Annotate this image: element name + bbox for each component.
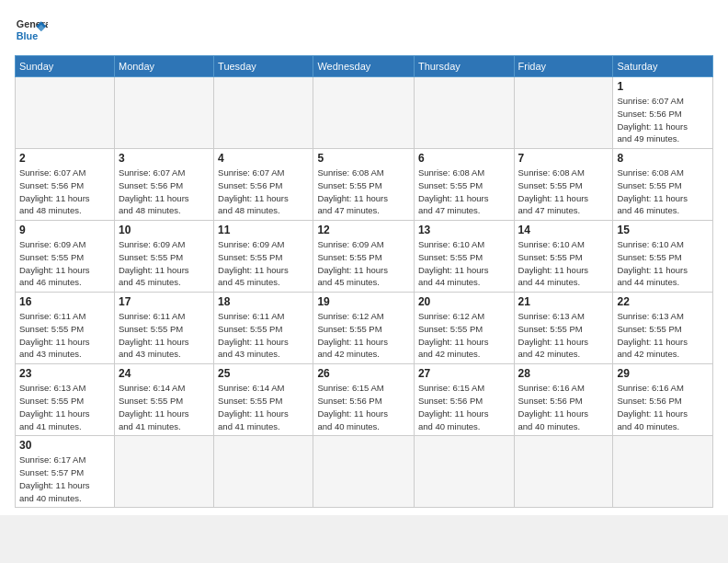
day-info: Sunrise: 6:16 AMSunset: 5:56 PMDaylight:… — [617, 382, 709, 432]
day-number: 7 — [518, 152, 609, 165]
calendar-cell: 18Sunrise: 6:11 AMSunset: 5:55 PMDayligh… — [214, 293, 313, 364]
day-number: 15 — [617, 224, 709, 236]
day-number: 26 — [317, 367, 410, 380]
calendar-cell — [16, 77, 115, 149]
calendar-week-row: 9Sunrise: 6:09 AMSunset: 5:55 PMDaylight… — [16, 221, 713, 293]
day-number: 12 — [317, 224, 410, 236]
day-number: 23 — [19, 367, 110, 380]
calendar-cell: 3Sunrise: 6:07 AMSunset: 5:56 PMDaylight… — [114, 149, 213, 221]
day-number: 17 — [119, 295, 210, 308]
calendar-cell: 5Sunrise: 6:08 AMSunset: 5:55 PMDaylight… — [313, 149, 415, 221]
day-info: Sunrise: 6:07 AMSunset: 5:56 PMDaylight:… — [218, 167, 309, 217]
calendar-week-row: 30Sunrise: 6:17 AMSunset: 5:57 PMDayligh… — [16, 436, 713, 508]
day-number: 13 — [418, 224, 510, 236]
calendar-cell — [313, 436, 415, 508]
day-info: Sunrise: 6:10 AMSunset: 5:55 PMDaylight:… — [418, 238, 510, 289]
day-info: Sunrise: 6:07 AMSunset: 5:56 PMDaylight:… — [617, 95, 709, 145]
day-info: Sunrise: 6:11 AMSunset: 5:55 PMDaylight:… — [19, 310, 110, 361]
calendar-cell — [114, 436, 213, 508]
svg-text:Blue: Blue — [17, 30, 38, 41]
day-number: 4 — [218, 152, 309, 165]
day-info: Sunrise: 6:13 AMSunset: 5:55 PMDaylight:… — [617, 310, 709, 361]
day-number: 21 — [518, 295, 609, 308]
weekday-header-row: SundayMondayTuesdayWednesdayThursdayFrid… — [16, 56, 713, 77]
day-info: Sunrise: 6:08 AMSunset: 5:55 PMDaylight:… — [418, 167, 510, 217]
calendar-week-row: 1Sunrise: 6:07 AMSunset: 5:56 PMDaylight… — [16, 77, 713, 149]
calendar-cell: 24Sunrise: 6:14 AMSunset: 5:55 PMDayligh… — [114, 364, 213, 436]
day-info: Sunrise: 6:11 AMSunset: 5:55 PMDaylight:… — [218, 310, 309, 361]
weekday-header-saturday: Saturday — [613, 56, 713, 77]
calendar-cell: 1Sunrise: 6:07 AMSunset: 5:56 PMDaylight… — [613, 77, 713, 149]
day-info: Sunrise: 6:13 AMSunset: 5:55 PMDaylight:… — [518, 310, 609, 361]
calendar-cell: 17Sunrise: 6:11 AMSunset: 5:55 PMDayligh… — [114, 293, 213, 364]
day-info: Sunrise: 6:15 AMSunset: 5:56 PMDaylight:… — [317, 382, 410, 432]
calendar-cell: 8Sunrise: 6:08 AMSunset: 5:55 PMDaylight… — [613, 149, 713, 221]
calendar-cell — [613, 436, 713, 508]
day-info: Sunrise: 6:16 AMSunset: 5:56 PMDaylight:… — [518, 382, 609, 432]
calendar-cell: 19Sunrise: 6:12 AMSunset: 5:55 PMDayligh… — [313, 293, 415, 364]
day-number: 24 — [119, 367, 210, 380]
calendar-week-row: 16Sunrise: 6:11 AMSunset: 5:55 PMDayligh… — [16, 293, 713, 364]
calendar-cell — [214, 77, 313, 149]
day-number: 18 — [218, 295, 309, 308]
day-number: 14 — [518, 224, 609, 236]
day-number: 20 — [418, 295, 510, 308]
calendar-week-row: 23Sunrise: 6:13 AMSunset: 5:55 PMDayligh… — [16, 364, 713, 436]
calendar-cell: 11Sunrise: 6:09 AMSunset: 5:55 PMDayligh… — [214, 221, 313, 293]
day-number: 5 — [317, 152, 410, 165]
day-number: 8 — [617, 152, 709, 165]
calendar-cell: 27Sunrise: 6:15 AMSunset: 5:56 PMDayligh… — [414, 364, 514, 436]
calendar-body: 1Sunrise: 6:07 AMSunset: 5:56 PMDaylight… — [16, 77, 713, 508]
calendar-cell: 26Sunrise: 6:15 AMSunset: 5:56 PMDayligh… — [313, 364, 415, 436]
day-info: Sunrise: 6:09 AMSunset: 5:55 PMDaylight:… — [218, 238, 309, 289]
calendar-cell — [514, 77, 613, 149]
calendar-cell: 13Sunrise: 6:10 AMSunset: 5:55 PMDayligh… — [414, 221, 514, 293]
day-info: Sunrise: 6:07 AMSunset: 5:56 PMDaylight:… — [19, 167, 110, 217]
weekday-header-friday: Friday — [514, 56, 613, 77]
calendar-cell: 21Sunrise: 6:13 AMSunset: 5:55 PMDayligh… — [514, 293, 613, 364]
calendar-cell: 30Sunrise: 6:17 AMSunset: 5:57 PMDayligh… — [16, 436, 115, 508]
day-info: Sunrise: 6:08 AMSunset: 5:55 PMDaylight:… — [518, 167, 609, 217]
day-info: Sunrise: 6:08 AMSunset: 5:55 PMDaylight:… — [317, 167, 410, 217]
day-number: 6 — [418, 152, 510, 165]
logo: General Blue — [15, 15, 48, 48]
generalblue-logo-icon: General Blue — [15, 15, 48, 48]
day-info: Sunrise: 6:09 AMSunset: 5:55 PMDaylight:… — [317, 238, 410, 289]
calendar-cell: 20Sunrise: 6:12 AMSunset: 5:55 PMDayligh… — [414, 293, 514, 364]
calendar-cell: 22Sunrise: 6:13 AMSunset: 5:55 PMDayligh… — [613, 293, 713, 364]
day-number: 9 — [19, 224, 110, 236]
calendar-cell: 14Sunrise: 6:10 AMSunset: 5:55 PMDayligh… — [514, 221, 613, 293]
weekday-header-tuesday: Tuesday — [214, 56, 313, 77]
day-number: 30 — [19, 439, 110, 452]
day-number: 28 — [518, 367, 609, 380]
day-number: 27 — [418, 367, 510, 380]
calendar-cell: 12Sunrise: 6:09 AMSunset: 5:55 PMDayligh… — [313, 221, 415, 293]
calendar-cell: 4Sunrise: 6:07 AMSunset: 5:56 PMDaylight… — [214, 149, 313, 221]
calendar-cell: 23Sunrise: 6:13 AMSunset: 5:55 PMDayligh… — [16, 364, 115, 436]
day-info: Sunrise: 6:07 AMSunset: 5:56 PMDaylight:… — [119, 167, 210, 217]
day-number: 29 — [617, 367, 709, 380]
weekday-header-sunday: Sunday — [16, 56, 115, 77]
calendar-cell: 9Sunrise: 6:09 AMSunset: 5:55 PMDaylight… — [16, 221, 115, 293]
calendar-header: SundayMondayTuesdayWednesdayThursdayFrid… — [16, 56, 713, 77]
calendar-cell: 25Sunrise: 6:14 AMSunset: 5:55 PMDayligh… — [214, 364, 313, 436]
day-number: 10 — [119, 224, 210, 236]
calendar-cell: 29Sunrise: 6:16 AMSunset: 5:56 PMDayligh… — [613, 364, 713, 436]
day-info: Sunrise: 6:10 AMSunset: 5:55 PMDaylight:… — [518, 238, 609, 289]
day-info: Sunrise: 6:15 AMSunset: 5:56 PMDaylight:… — [418, 382, 510, 432]
weekday-header-monday: Monday — [114, 56, 213, 77]
calendar: SundayMondayTuesdayWednesdayThursdayFrid… — [15, 55, 713, 508]
day-info: Sunrise: 6:12 AMSunset: 5:55 PMDaylight:… — [317, 310, 410, 361]
day-number: 3 — [119, 152, 210, 165]
calendar-cell — [514, 436, 613, 508]
calendar-cell: 28Sunrise: 6:16 AMSunset: 5:56 PMDayligh… — [514, 364, 613, 436]
day-info: Sunrise: 6:14 AMSunset: 5:55 PMDaylight:… — [218, 382, 309, 432]
calendar-cell: 7Sunrise: 6:08 AMSunset: 5:55 PMDaylight… — [514, 149, 613, 221]
weekday-header-thursday: Thursday — [414, 56, 514, 77]
day-number: 22 — [617, 295, 709, 308]
calendar-cell: 16Sunrise: 6:11 AMSunset: 5:55 PMDayligh… — [16, 293, 115, 364]
day-number: 2 — [19, 152, 110, 165]
day-info: Sunrise: 6:08 AMSunset: 5:55 PMDaylight:… — [617, 167, 709, 217]
calendar-cell — [313, 77, 415, 149]
day-number: 16 — [19, 295, 110, 308]
